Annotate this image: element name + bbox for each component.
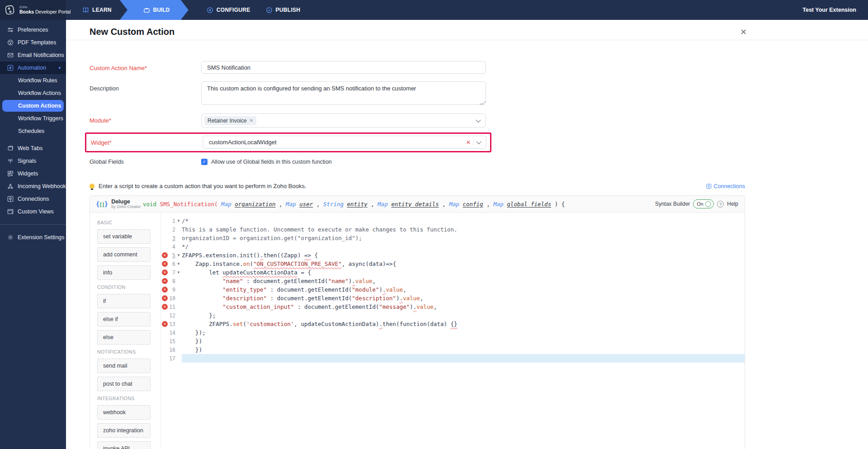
palette-button-else[interactable]: else [97,330,151,345]
palette-button-add-comment[interactable]: add comment [97,247,151,262]
line-number: 13 [169,321,175,327]
sidebar-item-automation[interactable]: Automation▼ [0,61,66,74]
name-row: Custom Action Name* [90,61,745,74]
code-line-11: ✕11 "custom_action_input" : document.get… [161,302,745,311]
code-area[interactable]: 1▼/*2This is a sample function. Uncommen… [161,213,745,449]
palette-button-info[interactable]: info [97,265,151,280]
palette-button-send-mail[interactable]: send mail [97,359,151,373]
sidebar-item-web-tabs[interactable]: Web Tabs [0,142,66,155]
palette-button-invoke-api[interactable]: invoke API [97,441,151,449]
module-label: Module* [90,113,201,128]
code-line-1: 1▼/* [161,217,745,225]
sidebar-item-incoming-webhooks[interactable]: Incoming Webhooks [0,180,66,193]
chevron-down-icon[interactable] [476,117,481,122]
sidebar-item-custom-actions[interactable]: Custom Actions✦ [2,100,64,112]
clear-selection-icon[interactable]: ✕ [466,139,471,146]
palette-button-set-variable[interactable]: set variable [97,229,151,244]
sidebar-item-schedules[interactable]: Schedules [0,125,66,137]
sidebar-item-workflow-triggers[interactable]: Workflow Triggers✦ [0,112,66,125]
palette-button-zoho-integration[interactable]: zoho integration [97,423,151,438]
sidebar-item-workflow-rules[interactable]: Workflow Rules [0,74,66,87]
sidebar-item-signals[interactable]: Signals [0,155,66,167]
script-tip-row: Enter a script to create a custom action… [90,183,745,189]
palette-section-integrations: INTEGRATIONS [97,396,160,401]
deluge-logo-icon: {[]} [96,200,108,208]
line-number: 11 [169,304,175,310]
close-icon[interactable]: ✕ [738,25,749,39]
global-fields-checkbox[interactable]: ✓ [201,159,208,165]
syntax-builder-toggle[interactable]: On [693,199,714,208]
module-select[interactable]: Retainer Invoice ✕ [201,113,486,128]
sidebar-item-email-notifications[interactable]: Email Notifications [0,49,66,61]
preferences-icon [7,27,14,33]
tab-publish[interactable]: PUBLISH [262,0,304,20]
line-number: 8 [172,278,175,284]
description-textarea[interactable]: This custom action is configured for sen… [201,81,486,105]
palette-button-post-to-chat[interactable]: post to chat [97,377,151,391]
syntax-builder-label: Syntax Builder [655,201,690,207]
fold-arrow-icon[interactable]: ▼ [175,253,182,257]
widget-row: Widget* customActionLocalWidget ✕ [91,136,486,149]
tab-build[interactable]: BUILD [120,0,189,20]
zoho-books-logo-icon [5,4,16,16]
code-line-8: ✕8 "name" : document.getElementId("name"… [161,277,745,285]
global-fields-checkbox-label: Allow use of Global fields in this custo… [211,159,332,165]
deluge-logo: {[]} Deluge by Zoho Creator [90,199,143,209]
widget-select[interactable]: customActionLocalWidget ✕ [203,136,486,149]
code-line-16: 16 }) [161,345,745,354]
name-label: Custom Action Name* [90,61,201,74]
sidebar-item-custom-views[interactable]: Custom Views [0,205,66,218]
page-title: New Custom Action [90,27,175,37]
code-line-15: 15 }) [161,337,745,345]
line-number: 5 [172,252,175,259]
sidebar-item-pdf-templates[interactable]: PDF Templates [0,36,66,49]
sidebar-item-widgets[interactable]: Widgets [0,167,66,180]
fold-arrow-icon[interactable]: ▼ [175,219,182,223]
fold-arrow-icon[interactable]: ▼ [175,262,182,266]
connections-icon [7,196,14,202]
sidebar-item-workflow-actions[interactable]: Workflow Actions [0,87,66,99]
test-your-extension-button[interactable]: Test Your Extension [802,7,856,13]
tab-learn[interactable]: LEARN [79,0,115,20]
widgets-icon [7,170,14,177]
sidebar-divider [0,224,66,225]
palette-button-else-if[interactable]: else if [97,312,151,326]
custom-action-name-input[interactable] [201,61,486,74]
book-icon [82,7,89,14]
code-line-7: ✕7▼ let updateCustomActionData = { [161,268,745,277]
code-line-17: 17 [161,354,745,363]
palette-button-webhook[interactable]: webhook [97,405,151,420]
help-label[interactable]: Help [727,201,738,207]
help-icon[interactable]: ? [717,201,724,208]
chevron-down-icon[interactable] [476,139,481,144]
error-icon: ✕ [162,269,168,275]
code-line-12: 12 }; [161,311,745,320]
sidebar-item-connections[interactable]: Connections [0,193,66,205]
palette-section-condition: CONDITION [97,284,160,290]
deluge-editor: {[]} Deluge by Zoho Creator void SMS_Not… [90,195,745,449]
fold-arrow-icon[interactable]: ▼ [175,270,182,274]
error-icon: ✕ [162,321,168,327]
connections-icon [706,184,712,189]
code-line-5: ✕5▼ZFAPPS.extension.init().then((Zapp) =… [161,251,745,260]
error-icon: ✕ [162,287,168,293]
palette-button-if[interactable]: if [97,294,151,308]
sidebar-item-preferences[interactable]: Preferences [0,24,66,36]
error-icon: ✕ [162,278,168,284]
chip-remove-icon[interactable]: ✕ [250,118,253,123]
sidebar-item-extension-settings[interactable]: Extension Settings [0,231,66,244]
function-signature: void SMS_Notification( Map organization … [143,201,565,208]
pdf-templates-icon [7,39,14,46]
module-chip: Retainer Invoice ✕ [204,116,256,125]
tab-configure[interactable]: CONFIGURE [203,0,254,20]
line-number: 16 [169,347,175,353]
code-line-4: 4*/ [161,242,745,251]
line-number: 6 [172,261,175,267]
deluge-title: Deluge [111,199,141,205]
error-icon: ✕ [162,295,168,301]
line-number: 14 [169,330,175,336]
editor-toolbar: Syntax Builder On ? Help [655,199,745,208]
global-fields-row: Global Fields ✓ Allow use of Global fiel… [90,158,745,165]
connections-link[interactable]: Connections [706,183,745,189]
brand-logo[interactable]: Zoho Books Developer Portal [0,0,66,20]
